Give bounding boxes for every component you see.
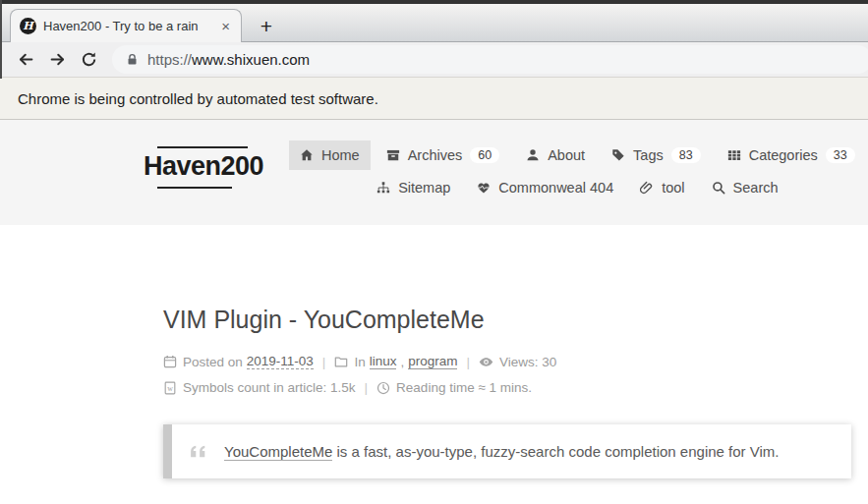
word-file-icon: w bbox=[163, 381, 177, 395]
user-icon bbox=[526, 148, 540, 162]
youcompleteme-link[interactable]: YouCompleteMe bbox=[224, 443, 332, 461]
window-left-edge bbox=[0, 0, 2, 79]
search-icon bbox=[712, 181, 725, 195]
site-favicon: H bbox=[20, 18, 36, 34]
nav-item-categories[interactable]: Categories 33 bbox=[717, 140, 866, 170]
post-meta-line-1: Posted on 2019-11-03 | In linux , progra… bbox=[163, 354, 868, 369]
views-count: Views: 30 bbox=[499, 355, 556, 369]
nav-item-tool[interactable]: tool bbox=[629, 173, 695, 202]
grid-icon bbox=[727, 148, 741, 162]
tab-strip: H Haven200 - Try to be a rain × + bbox=[0, 0, 868, 42]
nav-label: Categories bbox=[749, 147, 818, 163]
quote-left-icon bbox=[190, 444, 207, 459]
nav-label: Sitemap bbox=[398, 180, 450, 196]
nav-item-archives[interactable]: Archives 60 bbox=[376, 140, 511, 170]
nav-label: Commonweal 404 bbox=[498, 180, 613, 196]
nav-badge: 33 bbox=[826, 147, 855, 163]
site-logo[interactable]: Haven200 bbox=[144, 151, 263, 182]
meta-separator: | bbox=[322, 355, 326, 369]
category-separator: , bbox=[400, 355, 404, 369]
home-icon bbox=[300, 148, 314, 162]
meta-separator: | bbox=[466, 355, 470, 369]
svg-text:w: w bbox=[167, 383, 173, 392]
forward-button[interactable] bbox=[41, 45, 73, 75]
tag-icon bbox=[611, 148, 625, 162]
nav-label: Tags bbox=[633, 147, 664, 163]
forward-arrow-icon bbox=[49, 51, 66, 68]
automation-banner: Chrome is being controlled by automated … bbox=[0, 78, 868, 120]
browser-toolbar: https://www.shixuen.com bbox=[0, 42, 868, 78]
post-date-link[interactable]: 2019-11-03 bbox=[247, 354, 314, 369]
quote-text: YouCompleteMe is a fast, as-you-type, fu… bbox=[224, 443, 779, 460]
page-content: VIM Plugin - YouCompleteMe Posted on 201… bbox=[0, 225, 868, 478]
paperclip-icon bbox=[640, 181, 654, 195]
address-bar[interactable]: https://www.shixuen.com bbox=[112, 45, 868, 74]
browser-tab[interactable]: H Haven200 - Try to be a rain × bbox=[10, 9, 242, 42]
reading-time: Reading time ≈ 1 mins. bbox=[396, 380, 532, 395]
lock-icon bbox=[126, 53, 139, 66]
post-meta-line-2: w Symbols count in article: 1.5k | Readi… bbox=[163, 380, 868, 395]
post-title: VIM Plugin - YouCompleteMe bbox=[163, 306, 868, 334]
post-quote: YouCompleteMe is a fast, as-you-type, fu… bbox=[163, 424, 851, 478]
nav-row-1: Home Archives 60 About Tags 83 bbox=[289, 140, 866, 170]
heartbeat-icon bbox=[477, 181, 491, 195]
back-button[interactable] bbox=[10, 45, 41, 75]
folder-icon bbox=[334, 355, 348, 368]
nav-item-sitemap[interactable]: Sitemap bbox=[366, 173, 461, 202]
in-label: In bbox=[354, 355, 365, 369]
back-arrow-icon bbox=[18, 51, 34, 68]
site-nav: Home Archives 60 About Tags 83 bbox=[289, 140, 866, 202]
nav-label: tool bbox=[662, 180, 684, 196]
nav-label: Archives bbox=[408, 147, 463, 163]
nav-row-2: Sitemap Commonweal 404 tool Search bbox=[366, 173, 788, 202]
new-tab-button[interactable]: + bbox=[252, 13, 281, 40]
reload-icon bbox=[81, 51, 97, 68]
nav-item-about[interactable]: About bbox=[515, 140, 596, 170]
url-host: www.shixuen.com bbox=[192, 51, 310, 68]
site-header: Haven200 Home Archives 60 About bbox=[0, 120, 868, 225]
posted-label: Posted on bbox=[183, 355, 243, 369]
meta-separator: | bbox=[365, 380, 369, 395]
url-text[interactable]: https://www.shixuen.com bbox=[147, 51, 310, 68]
symbols-count: Symbols count in article: 1.5k bbox=[183, 380, 356, 395]
eye-icon bbox=[479, 355, 493, 369]
automation-banner-text: Chrome is being controlled by automated … bbox=[18, 90, 378, 107]
quote-rest: is a fast, as-you-type, fuzzy-search cod… bbox=[332, 443, 779, 460]
tab-close-icon[interactable]: × bbox=[219, 18, 232, 34]
nav-label: Home bbox=[321, 147, 360, 163]
sitemap-icon bbox=[376, 181, 390, 195]
nav-badge: 83 bbox=[671, 147, 701, 163]
category-link-linux[interactable]: linux bbox=[370, 354, 397, 369]
tab-title: Haven200 - Try to be a rain bbox=[43, 19, 212, 33]
nav-item-search[interactable]: Search bbox=[701, 173, 789, 202]
nav-item-commonweal[interactable]: Commonweal 404 bbox=[466, 173, 624, 202]
nav-item-tags[interactable]: Tags 83 bbox=[601, 140, 712, 170]
archive-icon bbox=[386, 148, 400, 162]
url-scheme: https:// bbox=[147, 51, 192, 68]
calendar-icon bbox=[163, 355, 177, 368]
nav-badge: 60 bbox=[470, 147, 499, 163]
category-link-program[interactable]: program bbox=[408, 354, 457, 369]
clock-icon bbox=[376, 381, 390, 395]
nav-label: About bbox=[548, 147, 585, 163]
nav-label: Search bbox=[733, 180, 779, 196]
reload-button[interactable] bbox=[73, 45, 104, 75]
nav-item-home[interactable]: Home bbox=[289, 140, 371, 170]
